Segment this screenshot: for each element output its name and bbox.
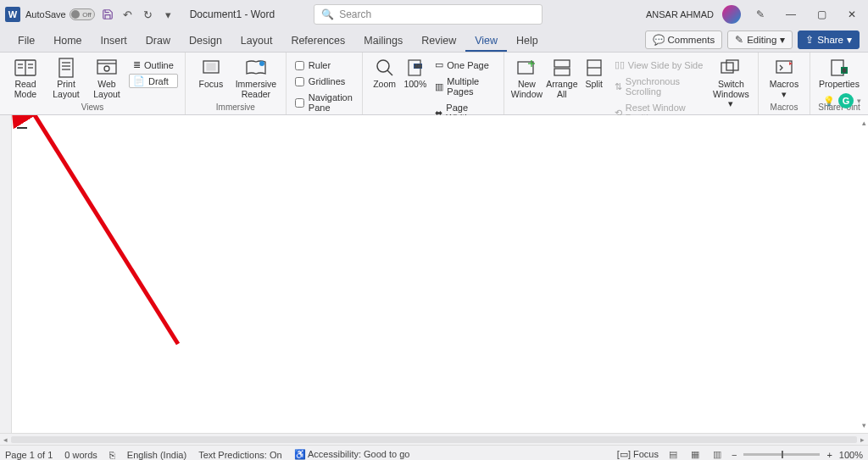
sync-scrolling-button: ⇅Synchronous Scrolling [610,75,708,98]
comment-icon: 💬 [653,34,665,46]
read-mode-view-icon[interactable]: ▤ [665,448,681,461]
new-window-button[interactable]: New Window [511,56,542,99]
user-avatar[interactable] [722,5,741,24]
tab-file[interactable]: File [8,30,44,52]
multiple-pages-button[interactable]: ▥Multiple Pages [431,75,496,98]
minimize-icon[interactable]: — [780,3,802,25]
arrange-all-icon [550,58,574,78]
maximize-icon[interactable]: ▢ [810,3,832,25]
comments-button[interactable]: 💬Comments [645,30,723,49]
read-mode-button[interactable]: Read Mode [7,56,44,99]
editing-button[interactable]: ✎Editing▾ [727,30,793,49]
scroll-up-icon[interactable]: ▴ [862,119,866,127]
properties-button[interactable]: S Properties [817,56,861,90]
word-count[interactable]: 0 words [64,450,97,460]
gridlines-checkbox[interactable]: Gridlines [293,75,355,87]
tab-draw[interactable]: Draw [136,30,180,52]
ruler-checkbox[interactable]: Ruler [293,59,355,71]
one-page-button[interactable]: ▭One Page [431,58,496,72]
immersive-reader-button[interactable]: Immersive Reader [233,56,279,99]
grammarly-widget[interactable]: 💡 G ▾ [823,93,861,108]
tab-view[interactable]: View [465,30,507,52]
tab-layout[interactable]: Layout [231,30,282,52]
group-views: Read Mode Print Layout Web Layout ≣Outli… [0,53,186,114]
word-app-icon: W [5,7,20,22]
title-bar: W AutoSave Off ↶ ↻ ▾ Document1 - Word 🔍 … [0,0,868,29]
spell-check-icon[interactable]: ⎘ [109,450,115,460]
tab-design[interactable]: Design [180,30,231,52]
tab-review[interactable]: Review [412,30,465,52]
one-page-icon: ▭ [435,59,443,70]
group-immersive: Focus Immersive Reader Immersive [186,53,287,114]
outline-icon: ≣ [133,59,141,70]
redo-icon[interactable]: ↻ [141,7,156,22]
tab-insert[interactable]: Insert [92,30,136,52]
switch-windows-button[interactable]: Switch Windows ▾ [711,56,751,109]
zoom-out-button[interactable]: − [732,450,737,460]
autosave-toggle[interactable]: AutoSave Off [25,8,95,20]
scroll-left-icon[interactable]: ◂ [3,435,8,444]
close-icon[interactable]: ✕ [841,3,863,25]
zoom-button[interactable]: Zoom [370,56,399,90]
save-icon[interactable] [100,7,115,22]
zoom-slider[interactable] [743,453,820,456]
user-name: ANSAR AHMAD [646,9,714,19]
side-by-side-icon: ▯▯ [615,59,625,70]
web-layout-view-icon[interactable]: ▥ [709,448,725,461]
web-layout-button[interactable]: Web Layout [88,56,125,99]
horizontal-scrollbar[interactable]: ◂ ▸ [0,433,868,445]
zoom-100-icon: 100 [403,58,427,78]
qat-dropdown-icon[interactable]: ▾ [161,7,176,22]
ribbon: Read Mode Print Layout Web Layout ≣Outli… [0,53,868,115]
chevron-down-icon: ▾ [847,34,852,46]
arrange-all-button[interactable]: Arrange All [546,56,577,99]
search-placeholder: Search [339,8,371,20]
chevron-down-icon: ▾ [782,89,787,99]
tab-references[interactable]: References [281,30,354,52]
pen-icon[interactable]: ✎ [749,3,771,25]
chevron-down-icon: ▾ [857,97,861,105]
zoom-in-button[interactable]: + [826,450,832,460]
draft-button[interactable]: 📄Draft [129,74,178,88]
focus-button[interactable]: Focus [192,56,230,90]
autosave-switch[interactable]: Off [70,8,95,20]
share-icon: ⇪ [805,34,814,46]
sync-scroll-icon: ⇅ [615,81,622,92]
svg-rect-25 [554,69,570,75]
undo-icon[interactable]: ↶ [120,7,136,22]
vertical-ruler [0,115,12,433]
scroll-down-icon[interactable]: ▾ [862,421,866,430]
zoom-100-button[interactable]: 100 100% [403,56,427,90]
focus-mode-button[interactable]: [▭] Focus [617,449,659,460]
group-label-views: Views [81,102,104,113]
svg-point-12 [104,66,109,71]
new-window-icon [515,58,538,78]
zoom-level[interactable]: 100% [839,450,863,460]
macros-button[interactable]: Macros▾ [765,56,803,99]
group-show: Ruler Gridlines Navigation Pane Show [287,53,363,114]
search-input[interactable]: 🔍 Search [314,4,542,25]
page-indicator[interactable]: Page 1 of 1 [5,450,53,460]
split-button[interactable]: Split [581,56,606,90]
tab-help[interactable]: Help [507,30,548,52]
ribbon-tabs: File Home Insert Draw Design Layout Refe… [0,29,868,53]
document-area[interactable]: ▴ ▾ [0,115,868,433]
print-layout-button[interactable]: Print Layout [47,56,85,99]
svg-text:S: S [843,68,846,73]
immersive-reader-icon [244,58,268,78]
view-side-by-side-button: ▯▯View Side by Side [610,58,708,72]
share-button[interactable]: ⇪Share▾ [798,30,860,49]
tab-mailings[interactable]: Mailings [354,30,412,52]
language-indicator[interactable]: English (India) [127,450,186,460]
properties-icon: S [827,58,851,78]
accessibility-status[interactable]: ♿ Accessibility: Good to go [294,449,410,460]
status-bar: Page 1 of 1 0 words ⎘ English (India) Te… [0,445,868,460]
outline-button[interactable]: ≣Outline [129,58,178,72]
print-layout-view-icon[interactable]: ▦ [687,448,703,461]
scroll-right-icon[interactable]: ▸ [860,435,865,444]
chevron-down-icon: ▾ [780,34,785,46]
svg-text:100: 100 [415,64,422,69]
text-predictions[interactable]: Text Predictions: On [198,450,281,460]
nav-pane-checkbox[interactable]: Navigation Pane [293,91,355,114]
tab-home[interactable]: Home [44,30,91,52]
